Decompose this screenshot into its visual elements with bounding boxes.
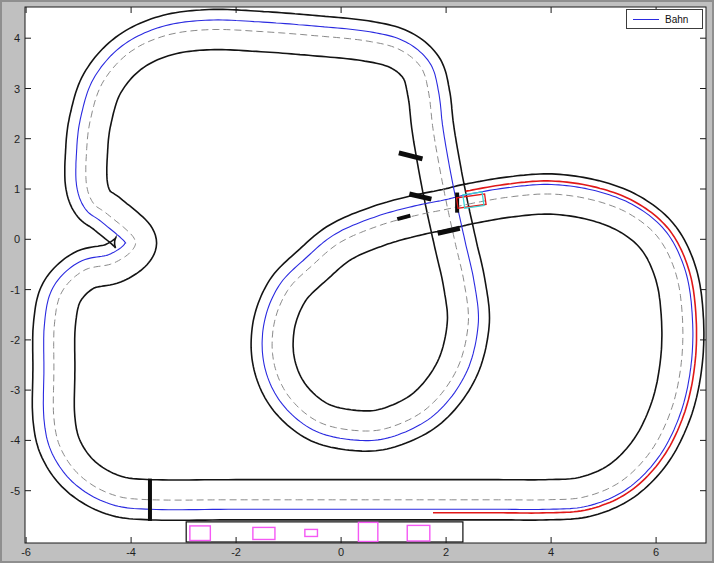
y-tick-label: 3 — [14, 83, 20, 95]
y-tick-label: 4 — [14, 32, 20, 44]
matlab-figure: -6-4-2024643210-1-2-3-4-5 Bahn — [0, 0, 714, 563]
y-tick-label: -3 — [10, 384, 20, 396]
legend-label: Bahn — [665, 14, 688, 25]
y-tick-label: 2 — [14, 133, 20, 145]
x-tick-label: 6 — [653, 546, 659, 558]
legend[interactable]: Bahn — [626, 9, 703, 29]
y-tick-label: 0 — [14, 233, 20, 245]
x-tick-label: -2 — [231, 546, 241, 558]
plot-background — [25, 7, 706, 543]
y-tick-label: -1 — [10, 284, 20, 296]
x-tick-label: 2 — [443, 546, 449, 558]
y-tick-label: -4 — [10, 434, 20, 446]
y-tick-label: 1 — [14, 183, 20, 195]
track-plot: -6-4-2024643210-1-2-3-4-5 — [0, 0, 714, 563]
legend-line-sample — [633, 19, 659, 20]
x-tick-label: -4 — [126, 546, 136, 558]
x-tick-label: -6 — [21, 546, 31, 558]
y-tick-label: -2 — [10, 334, 20, 346]
x-tick-label: 4 — [548, 546, 554, 558]
y-tick-label: -5 — [10, 485, 20, 497]
x-tick-label: 0 — [338, 546, 344, 558]
